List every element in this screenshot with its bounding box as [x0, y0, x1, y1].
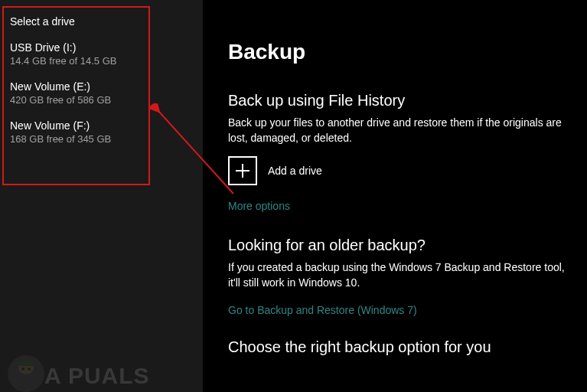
add-drive-label: Add a drive [268, 165, 322, 177]
drive-select-flyout: Select a drive USB Drive (I:) 14.4 GB fr… [2, 6, 150, 185]
drive-name: USB Drive (I:) [10, 41, 142, 54]
svg-point-4 [21, 368, 24, 371]
drive-space: 14.4 GB free of 14.5 GB [10, 55, 142, 67]
drive-name: New Volume (F:) [10, 119, 142, 132]
left-nav-panel: Select a drive USB Drive (I:) 14.4 GB fr… [0, 0, 203, 392]
choose-option-title: Choose the right backup option for you [228, 338, 572, 356]
drive-space: 168 GB free of 345 GB [10, 133, 142, 145]
watermark-logo-icon [5, 351, 47, 392]
plus-icon [228, 156, 257, 185]
drive-item-new-volume-f[interactable]: New Volume (F:) 168 GB free of 345 GB [10, 119, 142, 145]
main-content: Backup Back up using File History Back u… [228, 40, 572, 362]
drive-item-usb-i[interactable]: USB Drive (I:) 14.4 GB free of 14.5 GB [10, 41, 142, 67]
page-title: Backup [228, 40, 572, 64]
file-history-desc: Back up your files to another drive and … [228, 116, 572, 145]
svg-point-5 [28, 368, 31, 371]
file-history-title: Back up using File History [228, 92, 572, 109]
watermark-text: A PUALS [44, 363, 150, 389]
flyout-heading: Select a drive [10, 15, 142, 28]
drive-space: 420 GB free of 586 GB [10, 94, 142, 106]
watermark: A PUALS [5, 346, 150, 389]
goto-backup-restore-link[interactable]: Go to Backup and Restore (Windows 7) [228, 304, 417, 316]
drive-name: New Volume (E:) [10, 80, 142, 93]
drive-item-new-volume-e[interactable]: New Volume (E:) 420 GB free of 586 GB [10, 80, 142, 106]
older-backup-title: Looking for an older backup? [228, 237, 572, 254]
add-drive-button[interactable]: Add a drive [228, 156, 572, 185]
older-backup-desc: If you created a backup using the Window… [228, 260, 572, 290]
more-options-link[interactable]: More options [228, 200, 290, 212]
svg-rect-3 [18, 360, 34, 366]
